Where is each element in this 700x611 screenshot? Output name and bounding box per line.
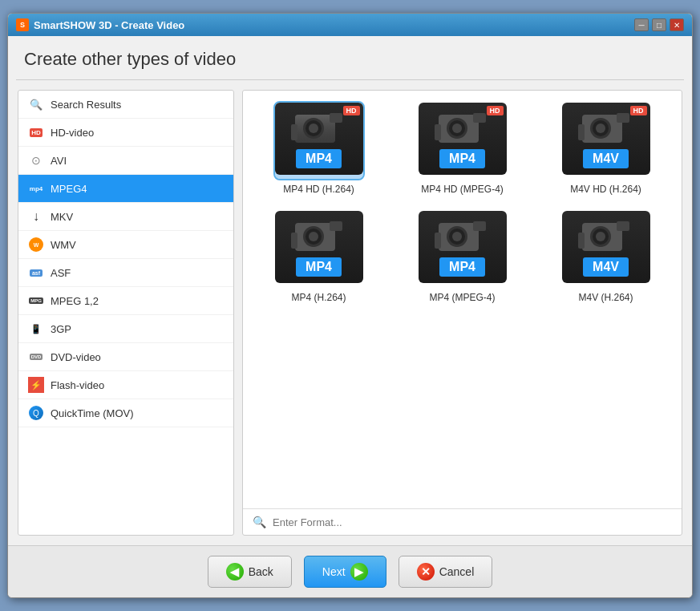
format-item-mp4-mpeg4[interactable]: MP4 MP4 (MPEG-4) — [399, 211, 526, 303]
format-icon-wrap-0: HD — [275, 103, 363, 179]
footer: ◀ Back Next ▶ ✕ Cancel — [8, 545, 692, 597]
sidebar-label-asf: ASF — [51, 267, 71, 279]
sidebar-item-flash-video[interactable]: ⚡ Flash-video — [18, 371, 233, 399]
format-item-mp4-hd-h264[interactable]: HD — [255, 103, 382, 195]
avi-icon: ⊙ — [28, 152, 44, 168]
back-icon: ◀ — [226, 563, 244, 581]
window-title: SmartSHOW 3D - Create Video — [34, 19, 184, 31]
format-label-1: MP4 — [439, 149, 485, 168]
svg-point-10 — [452, 123, 462, 133]
format-name-1: MP4 HD (MPEG-4) — [421, 184, 504, 195]
svg-rect-35 — [617, 221, 629, 231]
hd-badge-1: HD — [487, 106, 504, 115]
svg-point-34 — [596, 232, 605, 241]
svg-rect-30 — [435, 233, 441, 249]
title-bar-controls: ─ □ ✕ — [634, 18, 684, 31]
sidebar-label-hd-video: HD-video — [51, 127, 94, 139]
svg-point-16 — [596, 123, 605, 133]
sidebar-label-search-results: Search Results — [51, 99, 121, 111]
svg-rect-18 — [578, 124, 585, 140]
format-icon-wrap-3: MP4 — [275, 211, 363, 287]
sidebar-item-mkv[interactable]: ↓ MKV — [18, 203, 233, 231]
svg-point-22 — [309, 232, 318, 241]
format-item-mp4-hd-mpeg4[interactable]: HD MP4 — [399, 103, 526, 195]
cancel-icon: ✕ — [417, 563, 435, 581]
main-window: S SmartSHOW 3D - Create Video ─ □ ✕ Crea… — [7, 13, 693, 598]
svg-rect-29 — [473, 221, 486, 231]
sidebar-label-mpeg12: MPEG 1,2 — [51, 295, 99, 307]
sidebar-label-dvd-video: DVD-video — [51, 351, 101, 363]
format-label-2: M4V — [583, 149, 629, 168]
svg-rect-36 — [578, 233, 585, 249]
sidebar-item-avi[interactable]: ⊙ AVI — [18, 147, 233, 175]
sidebar-label-mkv: MKV — [51, 211, 73, 223]
svg-rect-5 — [330, 113, 342, 123]
mp4-icon: mp4 — [28, 180, 44, 196]
svg-rect-23 — [330, 221, 342, 231]
svg-point-4 — [309, 123, 318, 133]
3gp-icon: 📱 — [28, 321, 44, 337]
format-label-4: MP4 — [439, 257, 485, 277]
dvd-icon: DVD — [28, 349, 44, 365]
format-icon-wrap-4: MP4 — [419, 211, 507, 287]
format-icon-wrap-2: HD M4V — [562, 103, 650, 179]
format-name-5: M4V (H.264) — [578, 292, 633, 303]
sidebar-item-3gp[interactable]: 📱 3GP — [18, 315, 233, 343]
sidebar-item-mpeg4[interactable]: mp4 MPEG4 — [18, 175, 233, 203]
maximize-button[interactable]: □ — [652, 18, 666, 31]
format-icon-wrap-5: M4V — [562, 211, 650, 287]
minimize-button[interactable]: ─ — [634, 18, 649, 31]
cancel-label: Cancel — [439, 565, 475, 578]
format-label-0: MP4 — [296, 149, 342, 168]
back-label: Back — [249, 565, 273, 578]
sidebar-item-search-results[interactable]: 🔍 Search Results — [18, 91, 233, 119]
app-icon: S — [16, 18, 29, 31]
cancel-button[interactable]: ✕ Cancel — [399, 556, 493, 588]
mpeg-icon: MPG — [28, 293, 44, 309]
sidebar-item-wmv[interactable]: W WMV — [18, 231, 233, 259]
search-icon: 🔍 — [28, 96, 44, 112]
wmv-icon: W — [28, 237, 44, 253]
camera-icon-4: MP4 — [419, 211, 507, 283]
sidebar-label-mpeg4: MPEG4 — [51, 183, 87, 195]
sidebar-item-asf[interactable]: asf ASF — [18, 259, 233, 287]
sidebar: 🔍 Search Results HD HD-video ⊙ AVI mp4 M… — [18, 90, 234, 536]
format-grid: HD — [243, 91, 682, 508]
page-title: Create other types of video — [8, 36, 692, 79]
svg-rect-6 — [291, 124, 297, 140]
sidebar-item-quicktime[interactable]: Q QuickTime (MOV) — [18, 399, 233, 427]
sidebar-item-mpeg12[interactable]: MPG MPEG 1,2 — [18, 287, 233, 315]
svg-rect-17 — [617, 113, 629, 123]
hd-badge-2: HD — [630, 106, 647, 115]
format-name-4: MP4 (MPEG-4) — [429, 292, 495, 303]
format-item-m4v-h264[interactable]: M4V M4V (H.264) — [542, 211, 670, 303]
format-item-m4v-hd-h264[interactable]: HD M4V — [542, 103, 670, 195]
search-bar: 🔍 — [243, 508, 682, 535]
sidebar-label-wmv: WMV — [51, 239, 76, 251]
asf-icon: asf — [28, 265, 44, 281]
search-input[interactable] — [273, 516, 672, 528]
sidebar-item-dvd-video[interactable]: DVD DVD-video — [18, 343, 233, 371]
close-button[interactable]: ✕ — [670, 18, 684, 31]
back-button[interactable]: ◀ Back — [208, 556, 292, 588]
sidebar-label-avi: AVI — [51, 155, 67, 167]
sidebar-item-hd-video[interactable]: HD HD-video — [18, 119, 233, 147]
hd-icon: HD — [28, 124, 44, 140]
svg-rect-24 — [291, 233, 297, 249]
svg-point-28 — [452, 232, 462, 241]
format-name-2: M4V HD (H.264) — [570, 184, 641, 195]
search-icon-inline: 🔍 — [253, 516, 266, 528]
sidebar-label-3gp: 3GP — [51, 323, 71, 335]
svg-rect-11 — [473, 113, 486, 123]
format-name-0: MP4 HD (H.264) — [283, 184, 354, 195]
svg-rect-12 — [435, 124, 441, 140]
camera-icon-5: M4V — [562, 211, 650, 283]
next-button[interactable]: Next ▶ — [304, 556, 386, 588]
qt-icon: Q — [28, 405, 44, 421]
format-item-mp4-h264[interactable]: MP4 MP4 (H.264) — [255, 211, 382, 303]
format-icon-wrap-1: HD MP4 — [419, 103, 507, 179]
title-bar-left: S SmartSHOW 3D - Create Video — [16, 18, 184, 31]
next-icon: ▶ — [350, 563, 368, 581]
sidebar-label-flash-video: Flash-video — [51, 379, 104, 391]
hd-badge-0: HD — [343, 106, 360, 115]
